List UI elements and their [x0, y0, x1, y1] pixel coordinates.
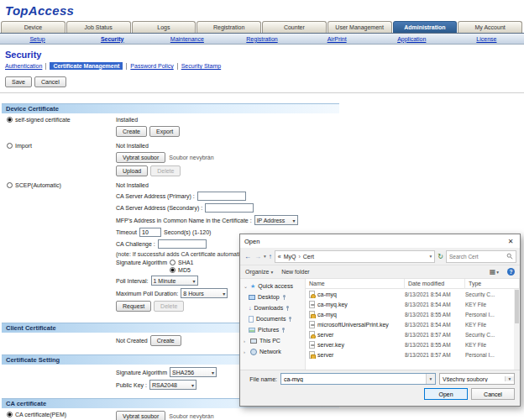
- public-key-select[interactable]: RSA2048 ▾: [149, 380, 196, 390]
- close-icon[interactable]: ✕: [501, 234, 520, 248]
- file-name-input[interactable]: [281, 374, 426, 384]
- subnav-setup[interactable]: Setup: [0, 36, 75, 42]
- up-icon[interactable]: ↑: [268, 253, 273, 260]
- md5-radio[interactable]: [170, 267, 176, 273]
- poll-interval-select[interactable]: 1 Minute ▾: [151, 276, 198, 286]
- timeout-input[interactable]: [139, 228, 161, 237]
- scrollbar[interactable]: [514, 289, 520, 370]
- subnav-maintenance[interactable]: Maintenance: [149, 36, 224, 42]
- dialog-body: ⌄ ★ Quick access Desktop ↓ Downloads Doc…: [240, 279, 520, 370]
- create-device-cert-button[interactable]: Create: [116, 126, 147, 137]
- ca-pem-radio[interactable]: [7, 412, 13, 417]
- refresh-icon[interactable]: ↻: [437, 253, 444, 260]
- import-radio[interactable]: [7, 143, 13, 149]
- mfp-address-select[interactable]: IP Address ▾: [254, 215, 298, 225]
- setting-signature-select[interactable]: SHA256 ▾: [170, 367, 217, 377]
- import-delete-button[interactable]: Delete: [150, 165, 181, 176]
- tab-user-management[interactable]: User Management: [328, 21, 392, 33]
- timeout-suffix: Second(s) (1-120): [164, 229, 211, 235]
- history-dropdown-icon[interactable]: ▾: [264, 254, 266, 259]
- tree-item-documents[interactable]: Documents: [240, 313, 305, 324]
- file-row[interactable]: ca-myq 8/13/2021 8:54 AM Security C...: [306, 289, 520, 299]
- ca-challenge-input[interactable]: [158, 239, 207, 249]
- tab-administration[interactable]: Administration: [393, 21, 458, 33]
- tab-registration[interactable]: Registration: [196, 21, 261, 33]
- link-password-policy[interactable]: Password Policy: [130, 63, 173, 69]
- column-date-modified[interactable]: Date modified: [405, 279, 465, 289]
- self-signed-radio[interactable]: [7, 117, 13, 123]
- section-device-certificate: Device Certificate: [2, 103, 339, 113]
- scep-status: Not Installed: [116, 181, 524, 189]
- file-name-combo: ▾: [280, 373, 436, 385]
- expand-icon[interactable]: ⌄: [244, 283, 248, 289]
- expand-icon[interactable]: ›: [244, 339, 248, 344]
- file-row[interactable]: server 8/13/2021 8:57 AM Security C...: [306, 329, 520, 339]
- search-input[interactable]: [449, 254, 505, 260]
- pictures-icon: [249, 328, 255, 333]
- ca-pem-browse-button[interactable]: Vybrat soubor: [116, 411, 165, 420]
- file-row[interactable]: ca-myq.key 8/13/2021 8:54 AM KEY File: [306, 299, 520, 309]
- client-cert-create-button[interactable]: Create: [150, 335, 181, 346]
- subnav-security[interactable]: Security: [75, 36, 149, 42]
- view-options-button[interactable]: ▦ ▾: [490, 268, 499, 276]
- import-no-file-text: Soubor nevybrán: [169, 155, 213, 160]
- file-row[interactable]: ca-myq 8/13/2021 8:55 AM Personal I...: [306, 309, 520, 319]
- import-browse-button[interactable]: Vybrat soubor: [116, 152, 165, 163]
- security-links: Authentication Certificate Management Pa…: [5, 62, 524, 70]
- tree-item-quick-access[interactable]: ⌄ ★ Quick access: [240, 281, 305, 291]
- back-icon[interactable]: ←: [244, 253, 252, 260]
- link-certificate-management[interactable]: Certificate Management: [50, 62, 123, 70]
- file-type-select[interactable]: Všechny soubory ▾: [439, 373, 515, 385]
- dialog-title-bar[interactable]: Open ✕: [240, 234, 520, 248]
- cancel-button[interactable]: Cancel: [34, 76, 66, 87]
- tree-item-desktop[interactable]: Desktop: [240, 291, 305, 302]
- help-icon[interactable]: ?: [507, 268, 515, 276]
- subnav-airprint[interactable]: AirPrint: [300, 36, 375, 42]
- tree-item-pictures[interactable]: Pictures: [240, 324, 305, 335]
- tab-counter[interactable]: Counter: [262, 21, 327, 33]
- breadcrumb-overflow-icon[interactable]: «: [278, 254, 281, 260]
- file-row[interactable]: server 8/13/2021 8:57 AM Personal I...: [306, 349, 520, 360]
- tab-logs[interactable]: Logs: [132, 21, 196, 33]
- scep-radio[interactable]: [7, 182, 13, 188]
- desktop-icon: [249, 295, 255, 300]
- subnav-license[interactable]: License: [449, 36, 524, 42]
- dialog-cancel-button[interactable]: Cancel: [471, 388, 515, 400]
- export-device-cert-button[interactable]: Export: [149, 126, 180, 137]
- file-row[interactable]: server.key 8/13/2021 8:55 AM KEY File: [306, 339, 520, 349]
- breadcrumb-cert[interactable]: Cert: [303, 254, 314, 260]
- scep-delete-button[interactable]: Delete: [154, 301, 184, 312]
- subnav-application[interactable]: Application: [375, 36, 449, 42]
- tab-my-account[interactable]: My Account: [458, 21, 522, 33]
- chevron-down-icon[interactable]: ▾: [426, 374, 435, 384]
- column-name[interactable]: Name: [306, 279, 405, 289]
- tree-item-downloads[interactable]: ↓ Downloads: [240, 302, 305, 313]
- address-bar[interactable]: « MyQ › Cert ▾: [275, 250, 436, 263]
- forward-icon[interactable]: →: [254, 253, 262, 260]
- scep-request-button[interactable]: Request: [116, 301, 151, 312]
- subnav-registration[interactable]: Registration: [224, 36, 299, 42]
- expand-icon[interactable]: ›: [244, 349, 248, 354]
- link-security-stamp[interactable]: Security Stamp: [181, 63, 221, 69]
- tab-job-status[interactable]: Job Status: [66, 21, 131, 33]
- ca-secondary-input[interactable]: [205, 203, 254, 213]
- ca-primary-input[interactable]: [197, 192, 246, 201]
- open-button[interactable]: Open: [424, 388, 468, 400]
- breadcrumb-myq[interactable]: MyQ: [284, 254, 296, 260]
- tree-label: Downloads: [254, 305, 284, 311]
- import-upload-button[interactable]: Upload: [116, 165, 148, 176]
- save-button[interactable]: Save: [5, 76, 32, 87]
- column-type[interactable]: Type: [465, 279, 520, 289]
- tree-item-this-pc[interactable]: › This PC: [240, 335, 305, 346]
- address-dropdown-icon[interactable]: ▾: [430, 254, 432, 259]
- tree-item-network[interactable]: › Network: [240, 346, 305, 357]
- pfx-file-icon: [309, 351, 315, 359]
- new-folder-button[interactable]: New folder: [281, 269, 309, 275]
- tab-device[interactable]: Device: [1, 21, 66, 33]
- max-poll-select[interactable]: 8 Hours ▾: [181, 288, 228, 298]
- sha1-radio[interactable]: [170, 260, 176, 265]
- file-row[interactable]: microsoftUniversalPrint.key 8/13/2021 8:…: [306, 319, 520, 329]
- link-authentication[interactable]: Authentication: [5, 63, 42, 69]
- organize-button[interactable]: Organize ▾: [245, 269, 273, 275]
- scrollbar-thumb[interactable]: [515, 290, 519, 323]
